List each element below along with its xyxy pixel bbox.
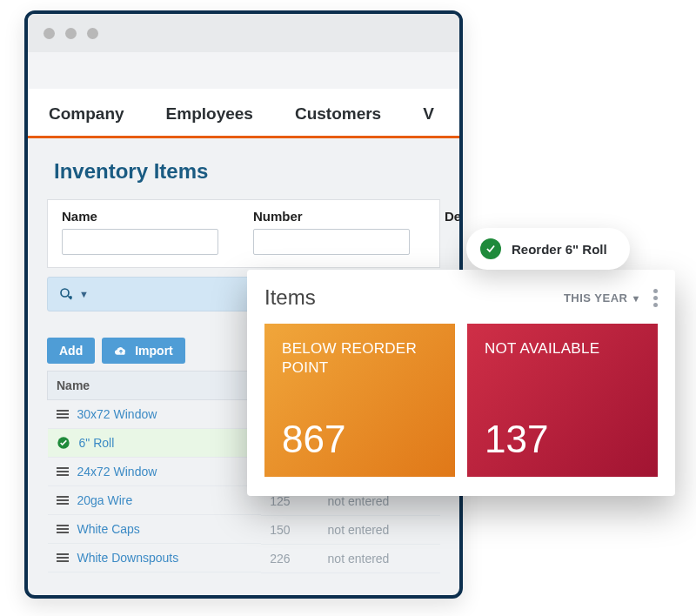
check-circle-icon	[480, 238, 501, 259]
row-qty: 226	[261, 544, 318, 572]
cloud-upload-icon	[114, 344, 128, 358]
row-qty: 150	[261, 515, 318, 544]
import-button[interactable]: Import	[102, 338, 185, 364]
check-circle-icon	[57, 436, 70, 450]
tile-value: 867	[282, 418, 438, 461]
tile-label: NOT AVAILABLE	[485, 339, 640, 358]
window-dot	[87, 28, 98, 39]
filter-block: Name Number De	[47, 199, 440, 268]
filter-number-label: Number	[253, 209, 410, 224]
search-icon	[58, 286, 74, 302]
tab-strip: Company Employees Customers V	[28, 89, 459, 138]
row-name-link[interactable]: 20ga Wire	[77, 493, 133, 507]
import-button-label: Import	[135, 344, 173, 358]
items-title: Items	[264, 285, 316, 310]
tile-not-available[interactable]: NOT AVAILABLE 137	[467, 324, 658, 477]
tile-below-reorder[interactable]: BELOW REORDER POINT 867	[264, 324, 455, 477]
drag-handle-icon[interactable]	[57, 525, 69, 533]
tab-employees[interactable]: Employees	[166, 104, 253, 124]
drag-handle-icon[interactable]	[57, 496, 69, 505]
row-name-link[interactable]: White Downspouts	[77, 551, 179, 565]
drag-handle-icon[interactable]	[57, 410, 69, 418]
add-button[interactable]: Add	[47, 338, 95, 364]
items-card: Items THIS YEAR ▼ BELOW REORDER POINT 86…	[247, 270, 675, 496]
chevron-down-icon: ▼	[79, 289, 89, 299]
drag-handle-icon[interactable]	[57, 467, 69, 476]
range-label: THIS YEAR	[564, 291, 628, 305]
table-row[interactable]: White Caps 150 not entered	[48, 515, 440, 544]
svg-point-2	[70, 296, 72, 298]
more-menu-icon[interactable]	[653, 289, 658, 307]
tab-customers[interactable]: Customers	[295, 104, 381, 124]
window-dot	[65, 28, 77, 39]
row-name-link[interactable]: 24x72 Window	[77, 465, 157, 479]
header-strip	[28, 52, 459, 89]
chevron-down-icon: ▼	[632, 293, 641, 304]
reorder-toast[interactable]: Reorder 6" Roll	[466, 228, 630, 270]
tile-label: BELOW REORDER POINT	[282, 339, 438, 378]
row-name-link[interactable]: 6" Roll	[79, 436, 115, 450]
svg-point-0	[61, 289, 69, 297]
row-name-link[interactable]: 30x72 Window	[77, 407, 157, 421]
drag-handle-icon[interactable]	[57, 553, 69, 562]
tab-company[interactable]: Company	[49, 104, 124, 124]
page-title: Inventory Items	[28, 138, 459, 199]
filter-name-label: Name	[62, 209, 218, 224]
range-selector[interactable]: THIS YEAR ▼	[564, 291, 641, 305]
filter-desc-label: De	[445, 209, 463, 224]
window-dot	[44, 28, 55, 39]
row-name-link[interactable]: White Caps	[77, 522, 140, 536]
add-button-label: Add	[59, 344, 83, 358]
row-note: not entered	[319, 515, 440, 544]
tab-extra[interactable]: V	[423, 104, 434, 124]
row-note: not entered	[319, 544, 440, 572]
reorder-toast-label: Reorder 6" Roll	[512, 242, 607, 257]
tile-value: 137	[485, 418, 640, 461]
window-titlebar	[28, 14, 459, 52]
table-row[interactable]: White Downspouts 226 not entered	[48, 544, 440, 572]
filter-number-input[interactable]	[253, 229, 410, 255]
filter-name-input[interactable]	[62, 229, 218, 255]
